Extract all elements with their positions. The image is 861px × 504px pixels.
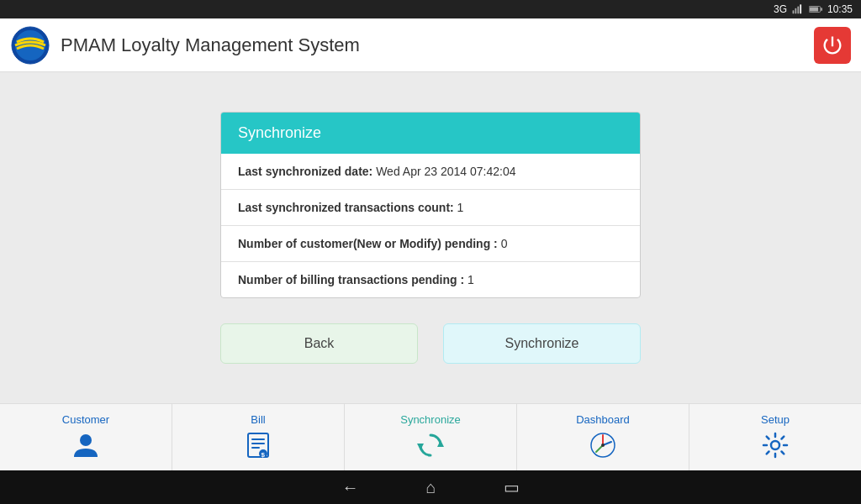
svg-rect-1: [795, 8, 796, 13]
battery-icon: [809, 3, 822, 15]
time-display: 10:35: [827, 3, 853, 15]
status-bar: 3G 10:35: [0, 0, 861, 18]
svg-rect-14: [251, 447, 260, 449]
sync-customer-row: Number of customer(New or Modify) pendin…: [221, 226, 640, 262]
svg-rect-6: [821, 8, 822, 10]
sync-card-title: Synchronize: [238, 124, 321, 141]
nav-setup-label: Setup: [761, 413, 790, 426]
app-title: PMAM Loyalty Management System: [61, 34, 360, 56]
customer-icon: [70, 429, 102, 461]
dashboard-icon: [587, 429, 619, 461]
main-content: Synchronize Last synchronized date: Wed …: [0, 72, 861, 403]
nav-sync-label: Synchronize: [400, 413, 461, 426]
synchronize-button[interactable]: Synchronize: [443, 323, 641, 364]
nav-item-synchronize[interactable]: Synchronize: [345, 404, 517, 470]
svg-rect-5: [810, 7, 818, 11]
system-nav: ← ⌂ ▭: [0, 470, 861, 504]
signal-icon: [792, 3, 804, 15]
nav-item-bill[interactable]: Bill $: [172, 404, 345, 470]
back-system-button[interactable]: ←: [341, 478, 358, 497]
nav-bill-label: Bill: [251, 413, 265, 426]
header-left: PMAM Loyalty Management System: [10, 25, 360, 66]
home-system-button[interactable]: ⌂: [425, 478, 436, 497]
bill-icon: $: [242, 429, 274, 461]
sync-count-val: 1: [457, 201, 464, 214]
sync-count-row: Last synchronized transactions count: 1: [221, 190, 640, 226]
nav-dashboard-label: Dashboard: [576, 413, 630, 426]
sync-customer-label: Number of customer(New or Modify) pendin…: [238, 237, 498, 250]
sync-date-row: Last synchronized date: Wed Apr 23 2014 …: [221, 154, 640, 190]
sync-date-label: Last synchronized date:: [238, 165, 372, 178]
sync-icon: [415, 429, 446, 461]
svg-marker-18: [417, 444, 424, 450]
nav-customer-label: Customer: [62, 413, 109, 426]
svg-point-10: [80, 434, 92, 446]
svg-point-21: [771, 441, 779, 449]
setup-icon: [759, 429, 791, 461]
sync-billing-val: 1: [467, 273, 474, 286]
app-header: PMAM Loyalty Management System: [0, 18, 861, 72]
sync-count-label: Last synchronized transactions count:: [238, 201, 454, 214]
svg-marker-17: [437, 440, 444, 447]
sync-billing-row: Number of billing transactions pending :…: [221, 262, 640, 297]
svg-rect-0: [793, 10, 795, 13]
back-button[interactable]: Back: [220, 323, 418, 364]
power-icon: [821, 34, 844, 57]
app-logo: [10, 25, 50, 66]
nav-item-setup[interactable]: Setup: [689, 404, 861, 470]
sync-card-body: Last synchronized date: Wed Apr 23 2014 …: [221, 154, 640, 297]
sync-date-val: Wed Apr 23 2014 07:42:04: [376, 165, 515, 178]
svg-rect-2: [797, 7, 799, 14]
nav-item-customer[interactable]: Customer: [0, 404, 172, 470]
svg-text:$: $: [261, 451, 266, 459]
svg-rect-13: [251, 443, 265, 444]
button-row: Back Synchronize: [220, 323, 641, 364]
nav-item-dashboard[interactable]: Dashboard: [517, 404, 689, 470]
svg-rect-12: [251, 438, 265, 440]
recent-system-button[interactable]: ▭: [504, 477, 520, 497]
svg-rect-3: [800, 4, 801, 13]
sync-card-header: Synchronize: [221, 113, 640, 154]
sync-card: Synchronize Last synchronized date: Wed …: [220, 112, 641, 298]
network-indicator: 3G: [774, 3, 787, 15]
sync-billing-label: Number of billing transactions pending :: [238, 273, 464, 286]
power-button[interactable]: [814, 27, 851, 64]
bottom-nav: Customer Bill $ Synchronize: [0, 403, 861, 470]
svg-point-20: [601, 444, 605, 447]
sync-customer-val: 0: [501, 237, 508, 250]
